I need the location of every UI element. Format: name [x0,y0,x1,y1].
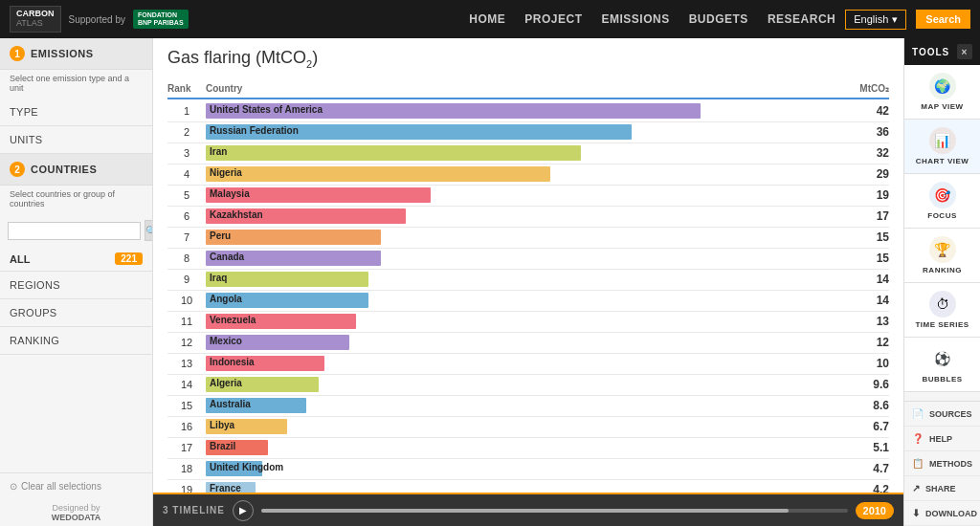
country-bar [206,208,406,224]
table-row[interactable]: 7 Peru 15 [167,228,889,249]
table-row[interactable]: 12 Mexico 12 [167,333,889,354]
table-row[interactable]: 14 Algeria 9.6 [167,375,889,396]
designed-by-label: Designed by [52,503,100,513]
table-row[interactable]: 6 Kazakhstan 17 [167,207,889,228]
bottom-tool-sources[interactable]: 📄SOURCES [904,402,980,427]
timeline-track[interactable] [261,509,848,513]
cell-value: 4.2 [832,483,889,493]
tool-icon: 🎯 [929,182,956,208]
table-row[interactable]: 5 Malaysia 19 [167,186,889,207]
country-bar [206,356,324,371]
tool-btn-map-view[interactable]: 🌍 MAP VIEW [904,65,980,120]
tools-header: TOOLS × [904,38,980,65]
table-row[interactable]: 13 Indonesia 10 [167,354,889,375]
cell-rank: 9 [167,274,206,285]
country-bar [206,103,701,119]
tool-btn-focus[interactable]: 🎯 FOCUS [904,174,980,229]
table-row[interactable]: 1 United States of America 42 [167,101,889,122]
tool-label: RANKING [923,266,962,274]
bottom-tool-label: SOURCES [929,409,972,419]
countries-search-button[interactable]: 🔍 [145,220,153,241]
bottom-tool-share[interactable]: ↗SHARE [904,476,980,501]
country-bar [206,251,381,266]
countries-num: 2 [10,162,25,177]
search-button[interactable]: Search [916,10,970,29]
countries-search-input[interactable] [8,222,141,240]
tool-label: MAP VIEW [921,102,963,111]
countries-search-area: 🔍 [0,214,152,247]
emissions-title: EMISSIONS [31,48,94,59]
bottom-tool-methods[interactable]: 📋METHODS [904,451,980,476]
sidebar-item-regions[interactable]: REGIONS [0,272,152,299]
table-row[interactable]: 9 Iraq 14 [167,270,889,291]
play-button[interactable]: ▶ [233,500,254,521]
country-bar [206,461,262,476]
bottom-tool-download[interactable]: ⬇DOWNLOAD [904,501,980,526]
logo-atlas: ATLAS [16,19,55,29]
table-row[interactable]: 15 Australia 8.6 [167,396,889,417]
bottom-tool-help[interactable]: ❓HELP [904,427,980,451]
main-content: Gas flaring (MtCO2) Rank Country MtCO₂ 1… [153,38,903,526]
bottom-tool-icon: 📋 [912,458,924,469]
sidebar-item-groups[interactable]: GROUPS [0,299,152,327]
sidebar-item-type[interactable]: TYPE [0,99,152,126]
cell-rank: 15 [167,400,206,411]
country-bar-wrap: Iraq [206,272,832,287]
sidebar-item-ranking[interactable]: RANKING [0,327,152,355]
table-row[interactable]: 17 Brazil 5.1 [167,438,889,459]
country-bar-wrap: Kazakhstan [206,208,832,224]
table-row[interactable]: 8 Canada 15 [167,249,889,270]
nav-budgets[interactable]: BUDGETS [689,12,748,26]
table-row[interactable]: 2 Russian Federation 36 [167,122,889,143]
country-bar-wrap: Australia [206,398,832,413]
country-bar-wrap: Mexico [206,335,832,350]
nav-project[interactable]: PROJECT [524,12,582,26]
table-row[interactable]: 18 United Kingdom 4.7 [167,459,889,480]
cell-rank: 6 [167,210,206,222]
close-tools-button[interactable]: × [957,44,972,59]
search-icon: 🔍 [145,226,153,236]
tool-btn-chart-view[interactable]: 📊 CHART VIEW [904,120,980,174]
all-countries-row[interactable]: ALL 221 [0,247,152,272]
nav-research[interactable]: RESEARCH [768,12,835,26]
table-row[interactable]: 3 Iran 32 [167,143,889,164]
cell-country: United States of America [206,103,832,119]
countries-sub: Select countries or group of countries [0,186,152,214]
cell-value: 8.6 [832,399,889,412]
country-bar-wrap: Angola [206,293,832,308]
tool-icon: 🏆 [929,236,956,263]
table-row[interactable]: 16 Libya 6.7 [167,417,889,438]
table-row[interactable]: 10 Angola 14 [167,291,889,312]
nav-emissions[interactable]: EMISSIONS [602,12,670,26]
cell-country: Russian Federation [206,124,832,140]
bottom-tool-icon: ❓ [912,433,924,444]
tool-btn-ranking[interactable]: 🏆 RANKING [904,229,980,283]
cell-rank: 5 [167,189,206,201]
tool-btn-bubbles[interactable]: ⚽ BUBBLES [904,338,980,392]
clear-label: Clear all selections [21,481,101,492]
cell-value: 29 [832,167,889,181]
tools-bottom: 📄SOURCES❓HELP📋METHODS↗SHARE⬇DOWNLOAD [904,401,980,526]
tool-icon: ⏱ [929,291,956,318]
bottom-tool-icon: 📄 [912,408,924,419]
country-bar [206,314,356,329]
cell-value: 9.6 [832,378,889,391]
cell-rank: 19 [167,484,206,493]
table-row[interactable]: 19 France 4.2 [167,480,889,493]
table-row[interactable]: 4 Nigeria 29 [167,164,889,186]
sidebar-item-units[interactable]: UNITS [0,126,152,154]
cell-country: Indonesia [206,356,832,371]
cell-value: 10 [832,357,889,370]
country-bar-wrap: Iran [206,145,832,161]
clear-all-button[interactable]: ⊙ Clear all selections [0,472,152,499]
nav-home[interactable]: HOME [469,12,505,26]
country-bar-wrap: Canada [206,251,832,266]
country-bar-wrap: Russian Federation [206,124,832,140]
table-row[interactable]: 11 Venezuela 13 [167,312,889,333]
tool-label: FOCUS [927,211,957,220]
cell-country: Iraq [206,272,832,287]
tool-btn-time-series[interactable]: ⏱ TIME SERIES [904,283,980,338]
country-bar [206,419,287,434]
tool-buttons: 🌍 MAP VIEW 📊 CHART VIEW 🎯 FOCUS 🏆 RANKIN… [904,65,980,392]
language-button[interactable]: English ▾ [845,10,906,30]
